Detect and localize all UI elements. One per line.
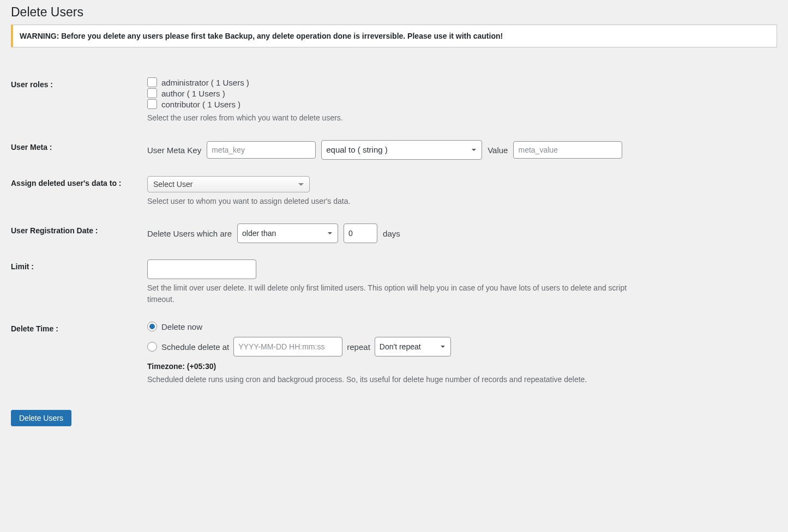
meta-value-label: Value [488, 146, 508, 155]
user-roles-label: User roles : [11, 69, 147, 132]
schedule-datetime-input[interactable] [233, 337, 342, 356]
reg-date-days-input[interactable] [344, 223, 377, 243]
limit-description: Set the limit over user delete. It will … [147, 282, 633, 305]
schedule-radio[interactable] [147, 342, 157, 352]
limit-label: Limit : [11, 251, 147, 313]
user-roles-description: Select the user roles from which you wan… [147, 112, 772, 124]
chevron-down-icon [298, 183, 304, 186]
role-author-checkbox[interactable] [147, 88, 157, 98]
delete-time-label: Delete Time : [11, 313, 147, 394]
role-contributor-checkbox[interactable] [147, 99, 157, 109]
delete-now-radio[interactable] [147, 322, 157, 331]
repeat-label: repeat [347, 342, 370, 352]
assign-label: Assign deleted user's data to : [11, 168, 147, 215]
repeat-select[interactable]: Don't repeat [375, 337, 451, 356]
user-meta-label: User Meta : [11, 132, 147, 168]
role-author-label: author ( 1 Users ) [161, 89, 225, 98]
warning-notice: WARNING: Before you delete any users ple… [11, 25, 777, 47]
warning-text: WARNING: Before you delete any users ple… [20, 32, 503, 40]
settings-form: User roles : administrator ( 1 Users ) a… [11, 69, 777, 394]
role-administrator-label: administrator ( 1 Users ) [161, 78, 249, 87]
meta-value-input[interactable] [513, 141, 622, 159]
meta-key-label: User Meta Key [147, 146, 201, 155]
reg-date-prefix: Delete Users which are [147, 229, 232, 238]
schedule-label: Schedule delete at [161, 342, 229, 352]
delete-now-label: Delete now [161, 322, 202, 331]
limit-input[interactable] [147, 259, 256, 279]
reg-date-label: User Registration Date : [11, 215, 147, 251]
page-title: Delete Users [11, 0, 777, 22]
assign-user-select[interactable]: Select User [147, 176, 310, 192]
schedule-description: Scheduled delete runs using cron and bac… [147, 374, 622, 385]
reg-date-compare-select[interactable]: older than [237, 223, 338, 243]
role-administrator-checkbox[interactable] [147, 77, 157, 87]
reg-date-suffix: days [383, 229, 400, 238]
role-contributor-label: contributor ( 1 Users ) [161, 100, 240, 109]
delete-users-button[interactable]: Delete Users [11, 410, 71, 426]
assign-user-text: Select User [153, 180, 193, 189]
timezone-text: Timezone: (+05:30) [147, 362, 772, 371]
assign-description: Select user to whom you want to assign d… [147, 196, 772, 207]
meta-operator-select[interactable]: equal to ( string ) [321, 140, 482, 160]
meta-key-input[interactable] [207, 141, 316, 159]
